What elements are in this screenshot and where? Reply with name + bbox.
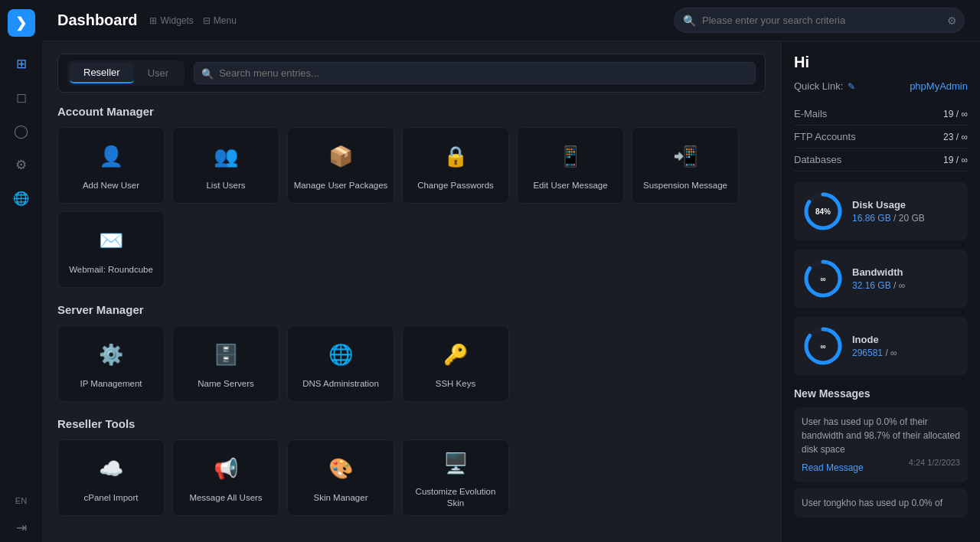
menu-search-input[interactable] <box>194 62 756 84</box>
card-icon: 📱 <box>554 140 587 174</box>
card-icon: ✉️ <box>94 224 128 258</box>
main-panel: Reseller User 🔍 Account Manager 👤 Add Ne… <box>42 41 781 542</box>
card-icon: 📲 <box>668 140 702 174</box>
card-icon: 🔑 <box>439 338 472 372</box>
card-name-servers[interactable]: 🗄️ Name Servers <box>172 325 279 402</box>
quick-link-row: Quick Link: ✎ phpMyAdmin <box>794 80 968 92</box>
card-label: DNS Administration <box>299 378 382 390</box>
new-messages-title: New Messages <box>794 387 968 400</box>
gauge-sub: 32.16 GB / ∞ <box>852 280 959 291</box>
nav-icon-logout[interactable]: ⇥ <box>7 513 36 542</box>
card-label: Add New User <box>80 180 142 191</box>
account-card-grid: 👤 Add New User 👥 List Users 📦 Manage Use… <box>57 127 766 288</box>
stat-label: FTP Accounts <box>794 131 856 142</box>
message-card: User has used up 0.0% of their bandwidth… <box>794 407 968 482</box>
stat-label: E-Mails <box>794 108 827 119</box>
card-suspension-message[interactable]: 📲 Suspension Message <box>632 127 739 204</box>
server-manager-title: Server Manager <box>57 303 766 316</box>
card-edit-user-message[interactable]: 📱 Edit User Message <box>517 127 624 204</box>
reseller-tools-title: Reseller Tools <box>57 417 766 430</box>
gauge-title: Inode <box>852 334 959 345</box>
tab-reseller[interactable]: Reseller <box>70 63 134 83</box>
gauge-section: 84% Disk Usage 16.86 GB / 20 GB ∞ Bandwi… <box>794 182 968 375</box>
message-date: 4:24 1/2/2023 <box>909 456 960 469</box>
stats-list: E-Mails 19 / ∞ FTP Accounts 23 / ∞ Datab… <box>794 103 968 171</box>
nav-icon-apps[interactable]: ⊞ <box>7 49 36 78</box>
card-webmail:-roundcube[interactable]: ✉️ Webmail: Roundcube <box>57 211 165 288</box>
stat-row: E-Mails 19 / ∞ <box>794 103 968 126</box>
content-body: Reseller User 🔍 Account Manager 👤 Add Ne… <box>42 41 980 542</box>
card-icon: 🗄️ <box>209 338 243 372</box>
stat-label: Databases <box>794 154 841 165</box>
widgets-icon: ⊞ <box>149 15 157 26</box>
gauge-ring: ∞ <box>803 326 843 366</box>
gauge-sub: 16.86 GB / 20 GB <box>852 213 959 224</box>
read-message-link[interactable]: Read Message <box>802 461 864 475</box>
card-manage-user-packages[interactable]: 📦 Manage User Packages <box>287 127 394 204</box>
gauge-card: ∞ Bandwidth 32.16 GB / ∞ <box>794 250 968 308</box>
search-icon: 🔍 <box>683 15 696 27</box>
gauge-center-text: 84% <box>815 207 831 216</box>
stat-value: 23 / ∞ <box>943 132 968 142</box>
card-list-users[interactable]: 👥 List Users <box>172 127 279 204</box>
nav-icon-chat[interactable]: ◻ <box>7 83 36 112</box>
card-label: List Users <box>203 180 248 191</box>
card-label: IP Management <box>77 378 145 390</box>
nav-icon-globe[interactable]: 🌐 <box>7 184 36 213</box>
card-label: Edit User Message <box>530 180 610 191</box>
edit-icon[interactable]: ✎ <box>848 81 855 92</box>
gauge-title: Bandwidth <box>852 266 959 278</box>
account-manager-title: Account Manager <box>57 105 766 118</box>
page-title: Dashboard <box>57 11 137 29</box>
card-icon: 🌐 <box>324 338 358 372</box>
card-icon: 🎨 <box>324 452 358 486</box>
nav-icon-user[interactable]: ◯ <box>7 116 36 145</box>
search-bar: 🔍 ⚙ <box>674 8 965 33</box>
message-text: User tongkho has used up 0.0% of <box>802 498 942 508</box>
search-input[interactable] <box>674 8 965 33</box>
card-label: Name Servers <box>194 378 257 390</box>
filter-icon[interactable]: ⚙ <box>947 15 957 27</box>
card-skin-manager[interactable]: 🎨 Skin Manager <box>287 439 394 516</box>
messages-list: User has used up 0.0% of their bandwidth… <box>794 407 968 518</box>
card-message-all-users[interactable]: 📢 Message All Users <box>172 439 279 516</box>
menu-search-icon: 🔍 <box>201 67 214 79</box>
card-ssh-keys[interactable]: 🔑 SSH Keys <box>402 325 509 402</box>
tab-group: Reseller User <box>67 60 185 86</box>
gauge-center-text: ∞ <box>820 275 825 283</box>
gauge-card: ∞ Inode 296581 / ∞ <box>794 317 968 375</box>
gauge-ring: 84% <box>803 191 843 231</box>
menu-link[interactable]: ⊟ Menu <box>203 15 237 26</box>
tab-user[interactable]: User <box>134 63 182 83</box>
gauge-title: Disk Usage <box>852 199 959 211</box>
menu-search: 🔍 <box>194 62 756 84</box>
card-label: cPanel Import <box>81 492 142 504</box>
gauge-info: Inode 296581 / ∞ <box>852 334 959 358</box>
main-area: Dashboard ⊞ Widgets ⊟ Menu 🔍 ⚙ Reseller <box>42 0 980 542</box>
card-dns-administration[interactable]: 🌐 DNS Administration <box>287 325 394 402</box>
hi-title: Hi <box>794 54 968 71</box>
menu-icon: ⊟ <box>203 15 211 26</box>
card-label: Change Passwords <box>414 180 497 191</box>
card-customize-evolution-skin[interactable]: 🖥️ Customize Evolution Skin <box>402 439 509 516</box>
stat-row: Databases 19 / ∞ <box>794 149 968 171</box>
card-ip-management[interactable]: ⚙️ IP Management <box>57 325 165 402</box>
card-cpanel-import[interactable]: ☁️ cPanel Import <box>57 439 165 516</box>
quick-link-value[interactable]: phpMyAdmin <box>910 80 968 92</box>
stat-row: FTP Accounts 23 / ∞ <box>794 126 968 149</box>
card-change-passwords[interactable]: 🔒 Change Passwords <box>402 127 509 204</box>
gauge-ring: ∞ <box>803 259 843 299</box>
message-text: User has used up 0.0% of their bandwidth… <box>802 416 960 455</box>
nav-icon-settings[interactable]: ⚙ <box>7 150 36 179</box>
card-add-new-user[interactable]: 👤 Add New User <box>57 127 165 204</box>
header: Dashboard ⊞ Widgets ⊟ Menu 🔍 ⚙ <box>42 0 980 41</box>
server-card-grid: ⚙️ IP Management 🗄️ Name Servers 🌐 DNS A… <box>57 325 766 402</box>
left-sidebar: ❯ ⊞ ◻ ◯ ⚙ 🌐 EN ⇥ <box>0 0 42 542</box>
card-icon: 📦 <box>324 140 358 174</box>
stat-value: 19 / ∞ <box>943 109 968 119</box>
card-label: Customize Evolution Skin <box>403 486 508 509</box>
header-links: ⊞ Widgets ⊟ Menu <box>149 15 236 26</box>
reseller-card-grid: ☁️ cPanel Import 📢 Message All Users 🎨 S… <box>57 439 766 516</box>
widgets-link[interactable]: ⊞ Widgets <box>149 15 193 26</box>
gauge-center-text: ∞ <box>820 342 825 351</box>
